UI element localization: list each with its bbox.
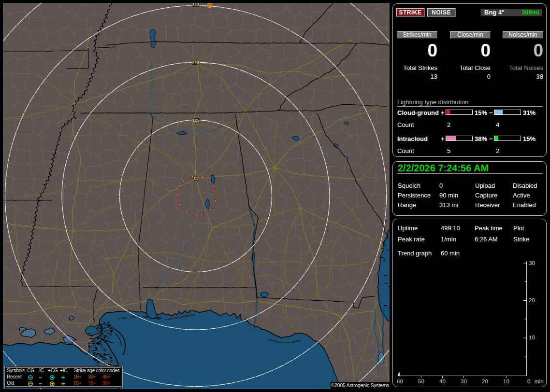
svg-text:60: 60 <box>397 378 403 384</box>
svg-text:min: min <box>535 378 544 384</box>
svg-text:50: 50 <box>418 378 424 384</box>
svg-text:20: 20 <box>482 378 488 384</box>
svg-text:40: 40 <box>439 378 446 384</box>
svg-text:10: 10 <box>503 378 509 384</box>
svg-text:219: 219 <box>192 60 199 65</box>
svg-text:10: 10 <box>529 335 535 340</box>
svg-text:31: 31 <box>193 176 198 181</box>
svg-text:0: 0 <box>527 378 530 384</box>
svg-text:20: 20 <box>529 297 535 303</box>
svg-text:30: 30 <box>461 378 467 384</box>
svg-text:125: 125 <box>192 118 199 123</box>
svg-text:313: 313 <box>192 3 199 7</box>
svg-text:30: 30 <box>529 260 535 266</box>
